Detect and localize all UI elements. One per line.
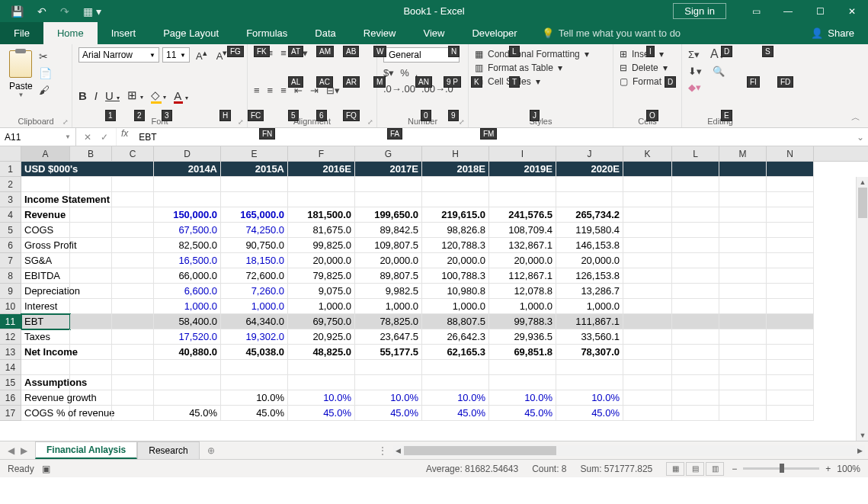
cell[interactable] bbox=[767, 268, 814, 284]
cell[interactable] bbox=[623, 314, 672, 329]
cell[interactable]: 69,851.8 bbox=[489, 345, 556, 360]
cell[interactable]: 126,153.8 bbox=[556, 268, 623, 284]
cell[interactable] bbox=[112, 238, 154, 253]
cell[interactable]: 112,867.1 bbox=[489, 268, 556, 284]
cell[interactable] bbox=[221, 177, 288, 192]
cell[interactable]: 7,260.0 bbox=[221, 284, 288, 299]
cell[interactable] bbox=[719, 375, 767, 390]
font-name-select[interactable]: Arial Narrow▼ bbox=[78, 47, 159, 63]
scroll-up-icon[interactable]: ▲ bbox=[857, 177, 868, 188]
tab-page-layout[interactable]: Page Layout bbox=[149, 22, 232, 44]
minimize-button[interactable]: — bbox=[772, 0, 804, 22]
cell[interactable] bbox=[767, 284, 814, 299]
row-header[interactable]: 14 bbox=[0, 360, 21, 375]
redo-icon[interactable]: ↷ bbox=[60, 5, 69, 18]
cell[interactable]: 99,825.0 bbox=[288, 238, 355, 253]
cell[interactable] bbox=[719, 406, 767, 421]
cell[interactable] bbox=[70, 177, 112, 192]
cell[interactable]: 2016E bbox=[288, 162, 355, 177]
cell[interactable]: 10.0% bbox=[288, 390, 355, 406]
cell[interactable]: 2018E bbox=[422, 162, 489, 177]
cell[interactable] bbox=[719, 192, 767, 207]
cell[interactable] bbox=[70, 268, 112, 284]
cell[interactable]: Net Income bbox=[21, 345, 70, 360]
close-button[interactable]: ✕ bbox=[836, 0, 868, 22]
cell[interactable]: 165,000.0 bbox=[221, 207, 288, 223]
cell[interactable] bbox=[623, 284, 672, 299]
cell[interactable] bbox=[422, 360, 489, 375]
cell[interactable] bbox=[112, 375, 154, 390]
horizontal-scrollbar[interactable]: ◀ ▶ bbox=[393, 445, 865, 456]
cell[interactable] bbox=[355, 177, 422, 192]
cell[interactable] bbox=[112, 314, 154, 329]
cell[interactable]: 66,000.0 bbox=[154, 268, 221, 284]
tab-insert[interactable]: Insert bbox=[98, 22, 150, 44]
cell[interactable] bbox=[623, 390, 672, 406]
cell[interactable] bbox=[623, 177, 672, 192]
cell[interactable] bbox=[221, 192, 288, 207]
cell[interactable] bbox=[70, 299, 112, 314]
qat-customize-icon[interactable]: ▦ ▾ bbox=[83, 5, 101, 18]
cell[interactable] bbox=[623, 268, 672, 284]
increase-font-icon[interactable]: A▴ bbox=[193, 47, 210, 63]
cell[interactable]: 1,000.0 bbox=[489, 299, 556, 314]
cell[interactable] bbox=[556, 177, 623, 192]
vertical-scrollbar[interactable]: ▲ ▼ bbox=[856, 177, 868, 441]
cell[interactable]: 67,500.0 bbox=[154, 223, 221, 238]
cell[interactable] bbox=[672, 299, 719, 314]
row-header[interactable]: 16 bbox=[0, 390, 21, 406]
cell[interactable]: 265,734.2 bbox=[556, 207, 623, 223]
underline-button[interactable]: U ▾ bbox=[105, 89, 120, 102]
fx-icon[interactable]: fx bbox=[117, 128, 133, 146]
cell[interactable]: 12,078.8 bbox=[489, 284, 556, 299]
cell[interactable] bbox=[767, 253, 814, 268]
cell[interactable] bbox=[719, 314, 767, 329]
col-header[interactable]: D bbox=[154, 146, 221, 161]
zoom-slider[interactable] bbox=[743, 467, 819, 470]
tab-view[interactable]: View bbox=[409, 22, 458, 44]
add-sheet-button[interactable]: ⊕ bbox=[200, 441, 223, 459]
cell[interactable] bbox=[154, 390, 221, 406]
row-header[interactable]: 7 bbox=[0, 253, 21, 268]
cell[interactable]: Gross Profit bbox=[21, 238, 70, 253]
sheet-tab-active[interactable]: Financial Anlaysis bbox=[35, 441, 137, 459]
cell[interactable]: 99,788.3 bbox=[489, 314, 556, 329]
cell[interactable] bbox=[767, 345, 814, 360]
cell[interactable]: USD $000's bbox=[21, 162, 154, 177]
row-header[interactable]: 12 bbox=[0, 329, 21, 345]
cell[interactable]: 1,000.0 bbox=[422, 299, 489, 314]
collapse-ribbon-icon[interactable]: ︿ bbox=[851, 111, 860, 124]
cell[interactable]: 90,750.0 bbox=[221, 238, 288, 253]
col-header[interactable]: L bbox=[672, 146, 719, 161]
cell[interactable] bbox=[767, 192, 814, 207]
cell[interactable] bbox=[623, 253, 672, 268]
cell[interactable]: 55,177.5 bbox=[355, 345, 422, 360]
cell[interactable] bbox=[767, 207, 814, 223]
cell[interactable] bbox=[767, 238, 814, 253]
font-color-icon[interactable]: A ▾ bbox=[174, 89, 187, 102]
cell[interactable]: 62,165.3 bbox=[422, 345, 489, 360]
cell[interactable] bbox=[767, 375, 814, 390]
autosum-icon[interactable]: Σ▾ bbox=[688, 49, 700, 60]
ribbon-display-icon[interactable]: ▭ bbox=[740, 0, 772, 22]
cell[interactable]: 33,560.1 bbox=[556, 329, 623, 345]
cell[interactable] bbox=[112, 345, 154, 360]
cell-styles-button[interactable]: ▢Cell Styles ▾ bbox=[475, 75, 607, 88]
cell[interactable] bbox=[672, 360, 719, 375]
cell[interactable]: 13,286.7 bbox=[556, 284, 623, 299]
cell[interactable]: 82,500.0 bbox=[154, 238, 221, 253]
row-header[interactable]: 15 bbox=[0, 375, 21, 390]
cell[interactable] bbox=[672, 207, 719, 223]
cell[interactable] bbox=[422, 192, 489, 207]
cell[interactable]: 132,867.1 bbox=[489, 238, 556, 253]
cell[interactable]: 45.0% bbox=[556, 406, 623, 421]
tab-home[interactable]: Home bbox=[43, 22, 98, 44]
col-header[interactable]: E bbox=[221, 146, 288, 161]
cell[interactable] bbox=[719, 207, 767, 223]
cell[interactable]: 20,000.0 bbox=[355, 253, 422, 268]
cell[interactable] bbox=[112, 329, 154, 345]
col-header[interactable]: B bbox=[70, 146, 112, 161]
cell[interactable] bbox=[719, 238, 767, 253]
col-header[interactable]: M bbox=[719, 146, 767, 161]
cell[interactable] bbox=[623, 329, 672, 345]
